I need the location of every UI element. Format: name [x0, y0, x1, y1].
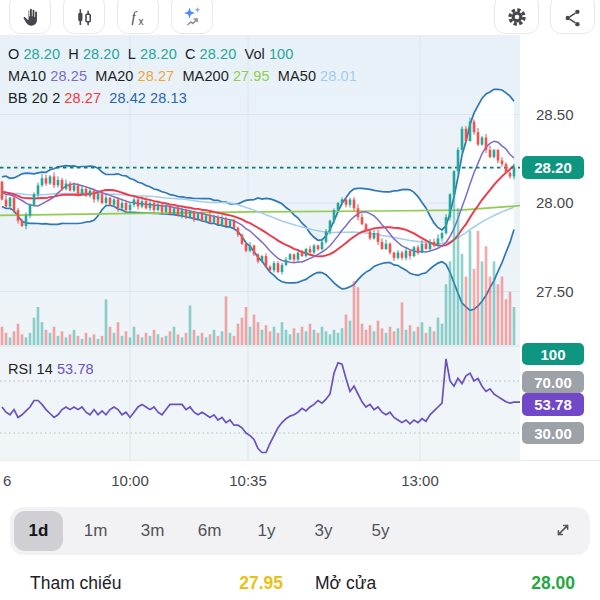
- time-label: 10:00: [111, 472, 149, 489]
- timeframe-5y[interactable]: 5y: [356, 511, 405, 551]
- rsi-legend: RSI 1453.78: [8, 361, 98, 377]
- timeframe-3m[interactable]: 3m: [128, 511, 177, 551]
- ohlc-legend: O28.20 H28.20 L28.20 C28.20 Vol100: [8, 46, 297, 62]
- timeframe-3y[interactable]: 3y: [299, 511, 348, 551]
- reference-price-value: 27.95: [239, 573, 283, 594]
- share-button[interactable]: [550, 0, 595, 34]
- last-price-badge: 28.20: [522, 156, 584, 179]
- indicators-button[interactable]: fx: [117, 0, 159, 34]
- price-chart[interactable]: O28.20 H28.20 L28.20 C28.20 Vol100 MA102…: [0, 35, 600, 460]
- reference-price-label: Tham chiếu: [30, 573, 121, 594]
- price-label-2750: 27.50: [536, 283, 574, 300]
- share-icon: [562, 7, 584, 29]
- price-label-2800: 28.00: [536, 194, 574, 211]
- timeframe-1m[interactable]: 1m: [71, 511, 120, 551]
- settings-button[interactable]: [494, 0, 539, 34]
- timeframe-1y[interactable]: 1y: [242, 511, 291, 551]
- timeframe-6m[interactable]: 6m: [185, 511, 234, 551]
- fx-icon: fx: [126, 7, 150, 29]
- rsi-value-badge: 53.78: [522, 393, 584, 416]
- price-label-2850: 28.50: [536, 106, 574, 123]
- timeframe-1d[interactable]: 1d: [14, 511, 63, 551]
- fullscreen-button[interactable]: [548, 516, 578, 546]
- rsi-lower-badge: 30.00: [522, 422, 584, 444]
- pan-tool-button[interactable]: [9, 0, 51, 34]
- volume-badge: 100: [522, 343, 584, 365]
- ma-legend: MA1028.25 MA2028.27 MA20027.95 MA5028.01: [8, 68, 361, 84]
- expand-icon: [552, 529, 574, 544]
- gear-icon: [505, 5, 529, 29]
- timeframe-bar: 1d1m3m6m1y3y5y: [10, 507, 590, 555]
- svg-text:x: x: [138, 16, 143, 27]
- svg-text:f: f: [132, 9, 138, 25]
- ai-sparkles-icon: [180, 5, 204, 29]
- time-axis: 6 10:00 10:35 13:00: [0, 460, 600, 506]
- hand-icon: [19, 7, 41, 29]
- rsi-upper-badge: 70.00: [522, 371, 584, 393]
- time-label: 6: [3, 472, 11, 489]
- quote-summary: Tham chiếu 27.95 Mở cửa 28.00: [0, 567, 600, 600]
- ai-assistant-button[interactable]: [171, 0, 213, 34]
- open-price-value: 28.00: [531, 573, 575, 594]
- open-price-label: Mở cửa: [315, 573, 376, 594]
- candlestick-icon: [73, 7, 95, 29]
- time-label: 13:00: [401, 472, 439, 489]
- time-label: 10:35: [229, 472, 267, 489]
- bb-legend: BB 20 228.27 28.4228.13: [8, 90, 191, 106]
- chart-style-button[interactable]: [63, 0, 105, 34]
